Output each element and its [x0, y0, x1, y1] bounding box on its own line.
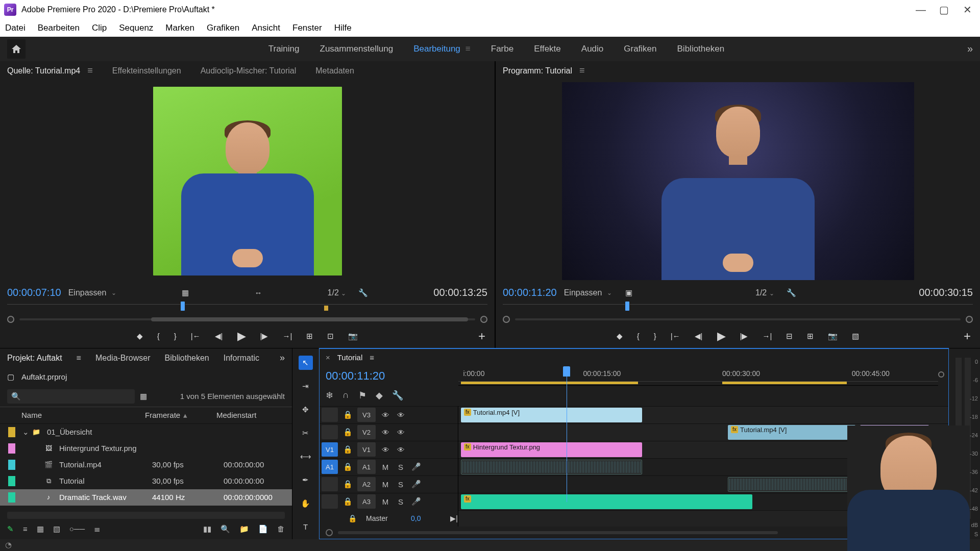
drag-audio-icon[interactable]: ↔: [255, 288, 262, 297]
menu-grafiken[interactable]: Grafiken: [207, 23, 239, 33]
mark-in-bracket-icon[interactable]: {: [157, 332, 160, 340]
program-playhead-marker[interactable]: [625, 301, 630, 311]
source-playhead-marker[interactable]: [180, 301, 185, 311]
tab-audioclip-mischer[interactable]: Audioclip-Mischer: Tutorial: [201, 66, 297, 76]
mark-out-bracket-icon[interactable]: }: [174, 332, 177, 340]
menu-hilfe[interactable]: Hilfe: [334, 23, 352, 33]
tab-menu-icon[interactable]: ≡: [579, 65, 585, 76]
workspace-training[interactable]: Training: [268, 44, 300, 54]
menu-sequenz[interactable]: Sequenz: [119, 23, 153, 33]
step-forward-icon[interactable]: |▶: [740, 332, 748, 341]
source-scroll[interactable]: [7, 314, 487, 324]
tab-menu-icon[interactable]: ≡: [77, 354, 81, 363]
hand-tool[interactable]: ✋: [299, 496, 313, 511]
pencil-icon[interactable]: ✎: [7, 524, 14, 534]
type-tool[interactable]: T: [299, 520, 313, 534]
zoom-slider[interactable]: ○──: [69, 524, 85, 533]
new-item-icon[interactable]: 📄: [258, 524, 268, 534]
tab-effekteinstellungen[interactable]: Effekteinstellungen: [112, 66, 181, 76]
menu-ansicht[interactable]: Ansicht: [252, 23, 280, 33]
goto-out-icon[interactable]: →|: [762, 332, 772, 340]
settings-icon[interactable]: 🔧: [392, 390, 403, 401]
source-fit-select[interactable]: Einpassen⌄: [68, 288, 117, 297]
menu-clip[interactable]: Clip: [92, 23, 107, 33]
track-header[interactable]: 🔒 A3 MS🎤: [320, 493, 458, 510]
clip[interactable]: [728, 477, 855, 492]
workspace-overflow[interactable]: »: [967, 43, 973, 55]
freeform-view-icon[interactable]: ▧: [53, 524, 60, 534]
overwrite-icon[interactable]: ⊡: [327, 332, 334, 341]
track-lane[interactable]: fxTutorial.mp4 [V]: [458, 406, 948, 423]
mark-in-bracket-icon[interactable]: {: [637, 332, 640, 340]
drag-video-icon[interactable]: ▦: [182, 288, 189, 297]
home-button[interactable]: [7, 39, 26, 59]
goto-in-icon[interactable]: |←: [191, 332, 201, 340]
clip[interactable]: fx: [461, 494, 752, 509]
tab-bibliotheken[interactable]: Bibliotheken: [165, 354, 209, 363]
track-select-tool[interactable]: ⇥: [299, 379, 313, 393]
zoom-handle[interactable]: [938, 371, 944, 378]
filter-icon[interactable]: ▦: [140, 392, 147, 401]
clip[interactable]: fxTutorial.mp4 [V]: [461, 408, 642, 422]
tab-programm[interactable]: Programm: Tutorial: [503, 66, 572, 76]
workspace-audio[interactable]: Audio: [581, 44, 603, 54]
source-timecode[interactable]: 00:00:07:10: [7, 287, 61, 298]
program-ruler[interactable]: [503, 304, 973, 313]
razor-tool[interactable]: ✂: [299, 426, 313, 440]
slip-tool[interactable]: ⟷: [299, 449, 313, 464]
menu-marken[interactable]: Marken: [165, 23, 194, 33]
clip[interactable]: fxTutorial.mp4 [V]: [728, 425, 855, 440]
sort-icon[interactable]: ≣: [94, 524, 101, 534]
wrench-icon[interactable]: 🔧: [358, 288, 368, 297]
project-item[interactable]: ⌄ 📁 01_Übersicht: [0, 424, 292, 440]
project-item[interactable]: 🖼 Hintergrund Textur.png: [0, 440, 292, 457]
close-sequence[interactable]: ×: [326, 353, 330, 362]
col-framerate[interactable]: Framerate▴: [145, 411, 216, 420]
step-back-icon[interactable]: ◀|: [695, 332, 703, 341]
project-item[interactable]: ♪ Dramatic Track.wav 44100 Hz 00:00:00:0…: [0, 489, 292, 506]
step-forward-icon[interactable]: |▶: [260, 332, 268, 341]
project-item[interactable]: 🎬 Tutorial.mp4 30,00 fps 00:00:00:00: [0, 457, 292, 473]
workspace-effekte[interactable]: Effekte: [534, 44, 561, 54]
tab-metadaten[interactable]: Metadaten: [315, 66, 354, 76]
track-header[interactable]: 🔒 V3 👁👁: [320, 406, 458, 423]
menu-fenster[interactable]: Fenster: [292, 23, 322, 33]
minimize-button[interactable]: —: [916, 5, 925, 14]
tab-sequence[interactable]: Tutorial: [337, 353, 362, 362]
tabs-overflow[interactable]: »: [280, 353, 285, 363]
tab-informatic[interactable]: Informatic: [224, 354, 259, 363]
lift-icon[interactable]: ⊟: [786, 332, 793, 341]
source-out-marker[interactable]: [324, 306, 328, 311]
clip[interactable]: fxHintergrund Textur.png: [461, 442, 642, 457]
col-medienstart[interactable]: Medienstart: [216, 411, 256, 419]
marker-icon[interactable]: ◆: [376, 390, 383, 401]
program-fit-select[interactable]: Einpassen⌄: [564, 288, 612, 297]
export-frame-icon[interactable]: 📷: [348, 332, 358, 341]
tab-projekt[interactable]: Projekt: Auftakt: [7, 354, 62, 363]
mark-out-bracket-icon[interactable]: }: [654, 332, 656, 340]
workspace-grafiken[interactable]: Grafiken: [624, 44, 656, 54]
source-ruler[interactable]: [7, 304, 487, 313]
timeline-ruler[interactable]: i:00:0000:00:15:0000:00:30:0000:00:45:00: [458, 366, 938, 382]
automate-icon[interactable]: ▮▮: [203, 524, 211, 534]
extract-icon[interactable]: ⊞: [807, 332, 814, 341]
play-button[interactable]: ▶: [717, 330, 726, 343]
menu-bearbeiten[interactable]: Bearbeiten: [38, 23, 80, 33]
step-back-icon[interactable]: ◀|: [215, 332, 223, 341]
add-button[interactable]: +: [478, 329, 485, 343]
goto-in-icon[interactable]: |←: [671, 332, 680, 340]
pen-tool[interactable]: ✒: [299, 473, 313, 487]
ripple-edit-tool[interactable]: ✥: [299, 403, 313, 417]
program-res-select[interactable]: 1/2 ⌄: [755, 288, 774, 297]
source-res-select[interactable]: 1/2 ⌄: [328, 288, 347, 297]
search-input[interactable]: 🔍: [7, 389, 135, 404]
selection-tool[interactable]: ↖: [299, 356, 313, 370]
find-icon[interactable]: 🔍: [220, 524, 230, 534]
add-marker-icon[interactable]: ⚑: [358, 390, 366, 401]
tab-menu-icon[interactable]: ≡: [370, 353, 374, 362]
track-header[interactable]: 🔒 A2 MS🎤: [320, 475, 458, 493]
list-view-icon[interactable]: ≡: [23, 524, 28, 533]
col-name[interactable]: Name: [21, 411, 145, 419]
workspace-zusammenstellung[interactable]: Zusammenstellung: [320, 44, 394, 54]
safe-margins-icon[interactable]: ▣: [625, 288, 632, 297]
